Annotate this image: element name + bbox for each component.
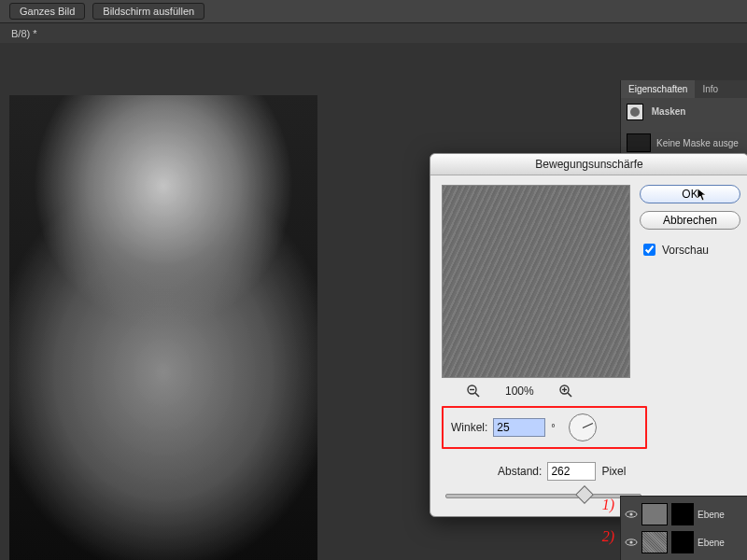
preview-label: Vorschau [662,244,709,257]
svg-point-10 [629,540,632,543]
cancel-button[interactable]: Abbrechen [640,211,740,230]
layer-mask-thumb [671,531,694,553]
distance-unit: Pixel [601,465,626,478]
filter-preview[interactable] [442,185,630,378]
mask-row: Keine Maske ausge [627,133,741,152]
layer-name: Ebene [698,538,725,548]
layer-name: Ebene [698,510,725,520]
no-mask-text: Keine Maske ausge [656,138,739,148]
layer-thumb [641,503,668,525]
preview-checkbox[interactable] [643,244,655,256]
angle-input[interactable] [493,418,545,437]
motion-blur-dialog: Bewegungsunschärfe OK Abbrechen Vorschau… [430,153,747,517]
angle-label: Winkel: [451,421,487,434]
tab-properties[interactable]: Eigenschaften [621,80,695,98]
mask-thumb [627,133,651,152]
canvas-image [9,95,317,560]
photo-content [9,95,317,560]
layer-thumb [641,531,668,553]
masks-header: Masken [627,104,741,120]
angle-unit: ° [551,422,555,433]
svg-point-8 [629,512,632,515]
ok-button[interactable]: OK [640,185,740,203]
zoom-level: 100% [505,385,534,398]
tab-info[interactable]: Info [695,80,726,98]
layer-row-1[interactable]: Ebene [621,500,747,528]
svg-line-1 [475,393,479,397]
distance-input[interactable] [547,462,596,481]
document-tab-bar: B/8) * [0,23,747,45]
visibility-icon[interactable] [625,536,638,549]
zoom-in-button[interactable] [558,384,573,399]
annotation-2: 2) [602,528,614,545]
preview-checkbox-row[interactable]: Vorschau [640,241,740,259]
slider-thumb[interactable] [575,485,594,504]
mask-icon [627,104,643,120]
distance-label: Abstand: [498,465,542,478]
angle-dial[interactable] [569,413,597,441]
zoom-out-button[interactable] [466,384,481,399]
document-tab[interactable]: B/8) * [4,25,45,42]
visibility-icon[interactable] [625,508,638,521]
options-bar: Ganzes Bild Bildschirm ausfüllen [0,0,747,23]
fit-all-button[interactable]: Ganzes Bild [9,3,85,20]
cursor-icon [697,188,708,203]
angle-row-highlight: Winkel: ° [442,406,647,449]
dialog-title: Bewegungsunschärfe [430,154,747,175]
layer-row-2[interactable]: Ebene [621,528,747,556]
annotation-1: 1) [602,497,614,513]
fill-screen-button[interactable]: Bildschirm ausfüllen [92,3,204,20]
layers-panel: Ebene Ebene [620,496,747,560]
layer-mask-thumb [671,503,694,525]
masks-label: Masken [652,106,686,117]
workspace: Eigenschaften Info Masken Keine Maske au… [0,43,747,560]
svg-line-4 [568,393,571,397]
